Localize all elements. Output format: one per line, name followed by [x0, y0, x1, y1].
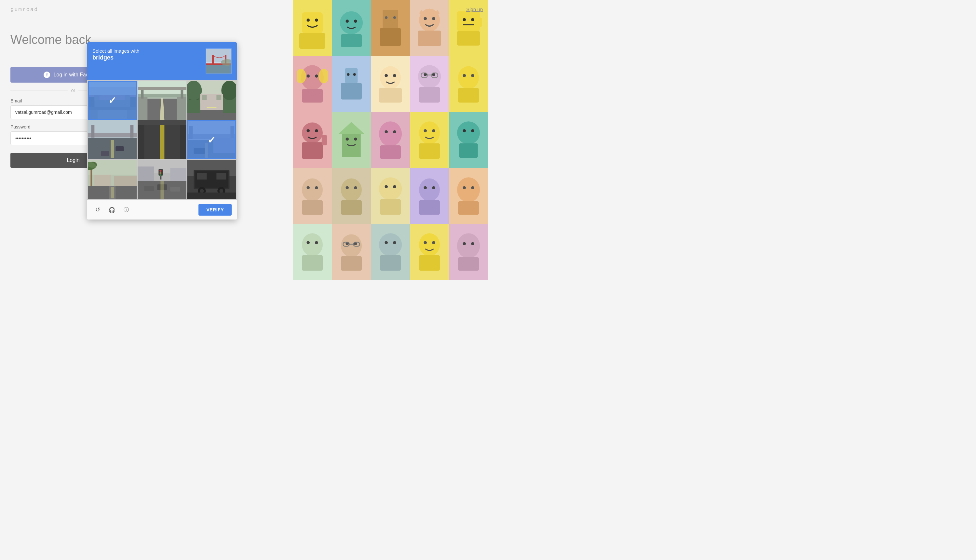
- captcha-cell-8[interactable]: [138, 160, 187, 199]
- svg-point-74: [341, 178, 362, 201]
- captcha-info-button[interactable]: ⓘ: [121, 205, 132, 215]
- svg-point-102: [385, 241, 388, 244]
- captcha-audio-button[interactable]: 🎧: [107, 205, 117, 215]
- svg-rect-199: [170, 187, 180, 192]
- svg-point-34: [380, 66, 401, 89]
- svg-rect-53: [322, 135, 327, 145]
- svg-rect-81: [380, 199, 401, 215]
- character-cell-20: [449, 168, 488, 224]
- svg-rect-15: [418, 30, 441, 46]
- captcha-cell-7[interactable]: [88, 160, 137, 199]
- svg-point-9: [385, 16, 387, 19]
- svg-point-59: [385, 130, 388, 133]
- svg-point-47: [471, 74, 474, 77]
- svg-rect-151: [217, 95, 222, 100]
- svg-point-14: [432, 17, 435, 20]
- character-cell-7: [332, 56, 371, 112]
- svg-point-49: [302, 122, 323, 143]
- svg-point-208: [220, 189, 224, 193]
- character-cell-14: [410, 112, 449, 168]
- svg-rect-161: [101, 151, 109, 156]
- svg-rect-52: [302, 142, 323, 159]
- svg-rect-115: [206, 65, 232, 74]
- svg-rect-69: [459, 143, 478, 158]
- svg-point-78: [379, 177, 402, 200]
- captcha-cell-5[interactable]: [138, 120, 187, 159]
- character-cell-16: [293, 168, 332, 224]
- svg-point-91: [307, 241, 310, 244]
- captcha-cell-3[interactable]: [187, 81, 236, 120]
- svg-point-88: [471, 186, 474, 189]
- captcha-icons: ↺ 🎧 ⓘ: [92, 205, 132, 215]
- svg-point-84: [432, 186, 435, 189]
- svg-rect-85: [419, 200, 440, 215]
- character-cell-2: [332, 0, 371, 56]
- svg-point-36: [393, 74, 396, 77]
- svg-rect-197: [144, 186, 154, 191]
- svg-point-2: [315, 18, 318, 22]
- captcha-cell-1[interactable]: ✓: [88, 81, 137, 120]
- svg-point-75: [345, 186, 349, 189]
- character-cell-19: [410, 168, 449, 224]
- captcha-cell-6[interactable]: ✓: [187, 120, 236, 159]
- captcha-footer: ↺ 🎧 ⓘ VERIFY: [87, 200, 237, 220]
- svg-point-50: [307, 129, 310, 132]
- signup-link[interactable]: Sign up: [466, 7, 483, 12]
- svg-rect-165: [138, 120, 144, 159]
- svg-point-111: [471, 242, 474, 245]
- svg-point-71: [307, 186, 310, 189]
- svg-point-60: [393, 130, 396, 133]
- svg-point-72: [315, 186, 318, 189]
- svg-rect-200: [160, 181, 164, 199]
- svg-rect-164: [160, 120, 164, 159]
- svg-point-35: [385, 74, 388, 77]
- svg-rect-48: [458, 88, 479, 103]
- svg-rect-11: [380, 28, 401, 46]
- character-cell-25: [449, 224, 488, 280]
- svg-rect-156: [91, 125, 94, 138]
- captcha-cell-4[interactable]: [88, 120, 137, 159]
- captcha-dialog: Select all images with bridges: [87, 42, 237, 220]
- svg-point-107: [432, 241, 435, 244]
- captcha-instruction: Select all images with bridges: [92, 48, 202, 61]
- svg-rect-93: [302, 255, 323, 270]
- svg-rect-211: [187, 193, 236, 199]
- captcha-top-text: Select all images with: [92, 48, 202, 54]
- svg-rect-167: [138, 120, 187, 125]
- svg-point-103: [393, 241, 396, 244]
- svg-point-194: [159, 172, 161, 174]
- svg-point-90: [302, 233, 323, 256]
- captcha-cell-2[interactable]: [138, 81, 187, 120]
- svg-point-31: [347, 73, 349, 76]
- character-cell-24: [410, 224, 449, 280]
- svg-point-56: [345, 137, 349, 140]
- captcha-refresh-button[interactable]: ↺: [92, 205, 103, 215]
- svg-rect-65: [419, 143, 440, 159]
- svg-rect-159: [111, 140, 114, 158]
- svg-rect-155: [88, 133, 137, 137]
- character-cell-18: [371, 168, 410, 224]
- svg-point-4: [340, 12, 363, 34]
- character-cell-15: [449, 112, 488, 168]
- captcha-cell-9[interactable]: [187, 160, 236, 199]
- character-cell-13: [371, 112, 410, 168]
- svg-point-57: [354, 137, 357, 140]
- svg-rect-8: [383, 10, 398, 28]
- svg-point-25: [307, 75, 310, 78]
- svg-point-58: [379, 121, 402, 146]
- captcha-verify-button[interactable]: VERIFY: [199, 204, 232, 216]
- character-cell-9: [410, 56, 449, 112]
- svg-rect-33: [341, 83, 362, 100]
- svg-point-67: [463, 129, 466, 132]
- svg-point-87: [463, 186, 466, 189]
- svg-point-20: [463, 18, 466, 22]
- facebook-icon: f: [43, 72, 50, 78]
- svg-point-10: [393, 16, 396, 19]
- svg-rect-3: [299, 33, 325, 49]
- svg-rect-7: [341, 34, 362, 47]
- svg-rect-29: [302, 89, 323, 103]
- character-cell-17: [332, 168, 371, 224]
- svg-rect-157: [130, 125, 133, 138]
- svg-rect-61: [380, 145, 401, 159]
- svg-rect-19: [457, 12, 480, 31]
